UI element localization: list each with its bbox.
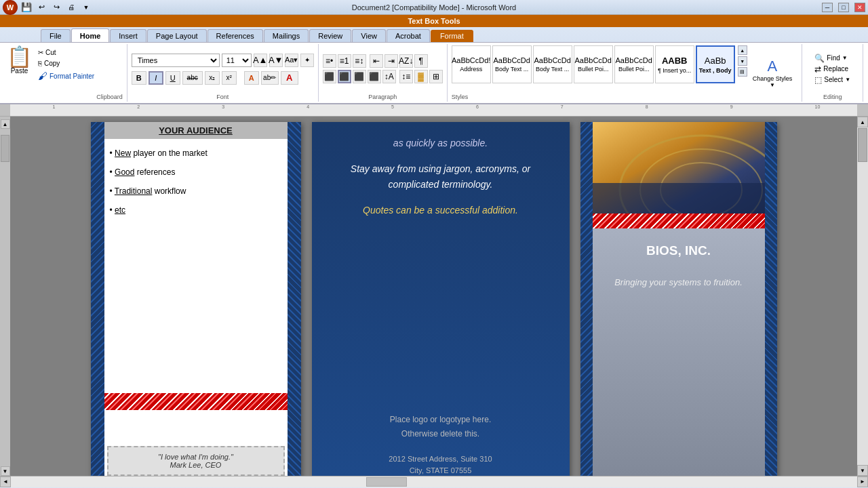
- copy-button[interactable]: ⎘ Copy: [36, 59, 96, 68]
- change-styles-icon: A: [768, 58, 778, 75]
- tab-file[interactable]: File: [41, 29, 71, 42]
- tab-home[interactable]: Home: [71, 28, 110, 42]
- list-buttons-row: ≡• ≡1 ≡↕ ⇤ ⇥ AZ↓ ¶: [323, 54, 443, 68]
- line-spacing-button[interactable]: ↕≡: [399, 70, 413, 83]
- find-button[interactable]: 🔍 Find ▼: [814, 54, 850, 63]
- change-styles-button[interactable]: A Change Styles ▼: [747, 45, 798, 100]
- h-scroll-thumb[interactable]: [366, 477, 407, 487]
- numbering-button[interactable]: ≡1: [338, 54, 351, 68]
- style-address[interactable]: AaBbCcDd! Address: [452, 45, 491, 83]
- scroll-up-button[interactable]: ▲: [857, 117, 868, 127]
- subscript-button[interactable]: x₂: [205, 71, 220, 85]
- style-bullet-2[interactable]: AaBbCcDd Bullet Poi...: [614, 45, 654, 83]
- gallery-scroll-up[interactable]: ▲: [738, 45, 747, 55]
- strikethrough-button[interactable]: abc: [182, 71, 203, 85]
- ruler-mark-10: 10: [815, 104, 821, 109]
- sidebar-top-marker[interactable]: ▲: [1, 119, 10, 129]
- text-direction-button[interactable]: ↕A: [382, 70, 396, 83]
- style-bullet-1[interactable]: AaBbCcDd Bullet Poi...: [574, 45, 613, 83]
- document-area: ▲ ▼ YOUR AUDIENCE • New player on the ma…: [0, 117, 868, 476]
- change-case-button[interactable]: Aa▾: [285, 54, 298, 67]
- bold-button[interactable]: B: [132, 71, 146, 85]
- find-arrow: ▼: [842, 55, 848, 61]
- change-styles-arrow: ▼: [770, 82, 775, 88]
- scroll-down-button[interactable]: ▼: [857, 465, 868, 476]
- panel-1: YOUR AUDIENCE • New player on the market…: [91, 122, 301, 476]
- format-painter-button[interactable]: 🖌 Format Painter: [36, 70, 96, 82]
- close-button[interactable]: ✕: [854, 3, 865, 12]
- panel1-quote[interactable]: "I love what I'm doing." Mark Lee, CEO: [107, 446, 285, 476]
- italic-button[interactable]: I: [149, 71, 163, 85]
- gallery-more[interactable]: ▤: [738, 67, 747, 77]
- shading-button[interactable]: ▓: [414, 70, 428, 83]
- text-effects-button[interactable]: A: [244, 71, 259, 85]
- tab-mailings[interactable]: Mailings: [264, 29, 309, 42]
- scroll-thumb[interactable]: [858, 128, 867, 162]
- align-center-button[interactable]: ⬛: [338, 70, 351, 83]
- multilevel-list-button[interactable]: ≡↕: [353, 54, 366, 68]
- font-size-select[interactable]: 11: [222, 54, 252, 67]
- tab-page-layout[interactable]: Page Layout: [147, 29, 207, 42]
- tab-bar: File Home Insert Page Layout References …: [0, 27, 868, 42]
- borders-button[interactable]: ⊞: [429, 70, 443, 83]
- horizontal-scrollbar: ◄ ►: [0, 476, 868, 487]
- paragraph-group: ≡• ≡1 ≡↕ ⇤ ⇥ AZ↓ ¶ ⬛ ⬛ ⬛ ⬛ ↕A ↕≡: [319, 44, 448, 102]
- dropdown-arrow-icon[interactable]: ▼: [80, 1, 92, 14]
- show-paragraph-button[interactable]: ¶: [414, 54, 428, 68]
- align-left-button[interactable]: ⬛: [323, 70, 336, 83]
- font-group-label: Font: [216, 92, 229, 100]
- quick-print-icon[interactable]: 🖨: [65, 1, 77, 14]
- style-body-text-1-preview: AaBbCcDd: [493, 56, 530, 64]
- bullet-3-rest: workflow: [152, 186, 186, 196]
- clear-format-button[interactable]: ✦: [300, 54, 314, 67]
- gallery-scroll-down[interactable]: ▼: [738, 56, 747, 66]
- tab-review[interactable]: Review: [309, 29, 351, 42]
- justify-button[interactable]: ⬛: [368, 70, 381, 83]
- paragraph-group-label: Paragraph: [368, 92, 397, 100]
- cut-button[interactable]: ✂ Cut: [36, 48, 96, 57]
- sort-button[interactable]: AZ↓: [399, 54, 413, 68]
- tab-acrobat[interactable]: Acrobat: [387, 29, 430, 42]
- save-icon[interactable]: 💾: [20, 1, 33, 14]
- bullet-item-1: • New player on the market: [110, 148, 282, 158]
- font-color-button[interactable]: A: [281, 71, 298, 85]
- paste-button[interactable]: 📋 Paste: [4, 45, 35, 76]
- paste-label: Paste: [11, 67, 28, 75]
- replace-button[interactable]: ⇄ Replace: [814, 64, 850, 74]
- panel1-right-stripe: [288, 122, 301, 476]
- ruler-mark-4: 4: [307, 104, 309, 109]
- tab-references[interactable]: References: [208, 29, 263, 42]
- tab-view[interactable]: View: [352, 29, 386, 42]
- style-insert[interactable]: AABB ¶ Insert yo...: [655, 45, 694, 83]
- select-button[interactable]: ⬚ Select ▼: [814, 75, 850, 85]
- vertical-scroll-thumb[interactable]: [1, 135, 9, 162]
- bullet-2-dot: •: [110, 167, 115, 177]
- sidebar-bottom-marker[interactable]: ▼: [1, 466, 10, 476]
- font-shrink-button[interactable]: A▼: [269, 54, 283, 67]
- office-button[interactable]: W: [3, 0, 18, 15]
- minimize-button[interactable]: ─: [822, 3, 833, 12]
- tab-insert[interactable]: Insert: [110, 29, 146, 42]
- maximize-button[interactable]: □: [838, 3, 849, 12]
- underline-button[interactable]: U: [165, 71, 180, 85]
- style-text-body[interactable]: AaBb Text , Body: [696, 45, 735, 83]
- undo-icon[interactable]: ↩: [35, 1, 47, 14]
- decrease-indent-button[interactable]: ⇤: [370, 54, 383, 68]
- redo-icon[interactable]: ↪: [50, 1, 62, 14]
- highlight-button[interactable]: ab✏: [261, 71, 279, 85]
- style-body-text-1[interactable]: AaBbCcDd Body Text ...: [492, 45, 532, 83]
- tab-format[interactable]: Format: [431, 30, 473, 42]
- editing-group: 🔍 Find ▼ ⇄ Replace ⬚ Select ▼ Editing: [802, 44, 863, 102]
- bullet-1-dot: •: [110, 148, 115, 158]
- increase-indent-button[interactable]: ⇥: [384, 54, 398, 68]
- font-name-select[interactable]: Times: [132, 54, 220, 67]
- superscript-button[interactable]: x²: [222, 71, 237, 85]
- ruler: 1 2 3 4 5 6 7 8 9 10: [0, 104, 868, 117]
- align-right-button[interactable]: ⬛: [353, 70, 366, 83]
- bullets-button[interactable]: ≡•: [323, 54, 336, 68]
- h-scroll-right-button[interactable]: ►: [857, 476, 868, 487]
- panel1-bullets: • New player on the market • Good refere…: [104, 139, 288, 234]
- h-scroll-left-button[interactable]: ◄: [0, 476, 11, 487]
- style-body-text-2[interactable]: AaBbCcDd Body Text ...: [533, 45, 572, 83]
- font-grow-button[interactable]: A▲: [254, 54, 267, 67]
